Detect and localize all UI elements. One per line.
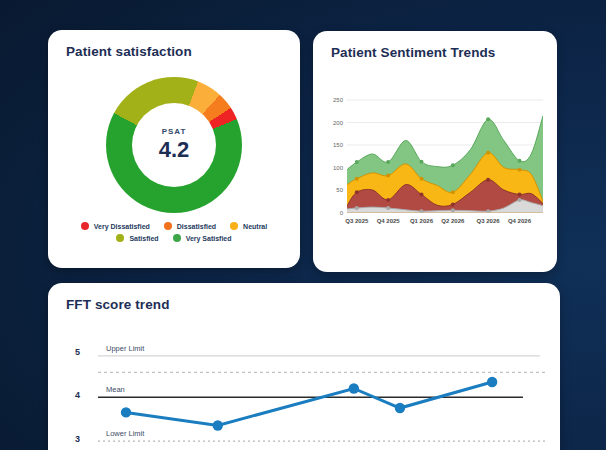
fft-line-chart: 543Upper LimitMeanLower Limit (48, 338, 560, 450)
satisfaction-donut-center: PSAT 4.2 (132, 103, 216, 187)
legend-dot (230, 222, 238, 230)
sentiment-stacked-area-chart: 050100150200250Q3 2025Q4 2025Q1 2026Q2 2… (321, 95, 551, 245)
svg-text:Q4 2025: Q4 2025 (377, 218, 401, 224)
reference-line-label: Mean (106, 385, 125, 394)
patient-sentiment-title: Patient Sentiment Trends (331, 45, 495, 60)
svg-text:Q3 2026: Q3 2026 (477, 218, 501, 224)
fft-score-trend-card: FFT score trend 543Upper LimitMeanLower … (48, 283, 560, 450)
legend-dot (81, 222, 89, 230)
legend-label: Very Dissatisfied (94, 223, 150, 230)
reference-line-label: Upper Limit (106, 344, 145, 353)
legend-label: Neutral (243, 223, 267, 230)
svg-text:3: 3 (75, 434, 80, 444)
fft-score-trend-title: FFT score trend (66, 297, 170, 312)
svg-text:Q4 2026: Q4 2026 (508, 218, 532, 224)
legend-dot (116, 234, 124, 242)
legend-dot (173, 234, 181, 242)
satisfaction-legend: Very DissatisfiedDissatisfiedNeutralSati… (69, 222, 279, 242)
legend-item: Very Satisfied (173, 234, 232, 242)
reference-line-label: Lower Limit (106, 429, 145, 438)
svg-text:50: 50 (336, 187, 343, 193)
svg-text:5: 5 (75, 347, 80, 357)
svg-text:4: 4 (75, 390, 80, 400)
legend-item: Neutral (230, 222, 267, 230)
svg-text:100: 100 (333, 165, 344, 171)
satisfaction-donut-chart: PSAT 4.2 (106, 77, 242, 213)
psat-value: 4.2 (159, 137, 190, 163)
legend-label: Very Satisfied (186, 235, 232, 242)
svg-text:200: 200 (333, 120, 344, 126)
svg-text:Q3 2025: Q3 2025 (345, 218, 369, 224)
svg-text:250: 250 (333, 97, 344, 103)
svg-text:0: 0 (340, 210, 344, 216)
patient-sentiment-card: Patient Sentiment Trends 050100150200250… (313, 31, 557, 272)
legend-item: Satisfied (116, 234, 158, 242)
svg-text:150: 150 (333, 142, 344, 148)
legend-item: Very Dissatisfied (81, 222, 150, 230)
legend-label: Dissatisfied (177, 223, 216, 230)
legend-dot (164, 222, 172, 230)
svg-text:Q1 2026: Q1 2026 (410, 218, 434, 224)
patient-satisfaction-card: Patient satisfaction PSAT 4.2 Very Dissa… (48, 30, 300, 268)
psat-label: PSAT (162, 127, 187, 136)
dashboard-background: { "theme": { "background_navy": "#0c2446… (0, 0, 606, 450)
svg-text:Q2 2026: Q2 2026 (441, 218, 465, 224)
legend-item: Dissatisfied (164, 222, 216, 230)
patient-satisfaction-title: Patient satisfaction (66, 44, 192, 59)
legend-label: Satisfied (129, 235, 158, 242)
